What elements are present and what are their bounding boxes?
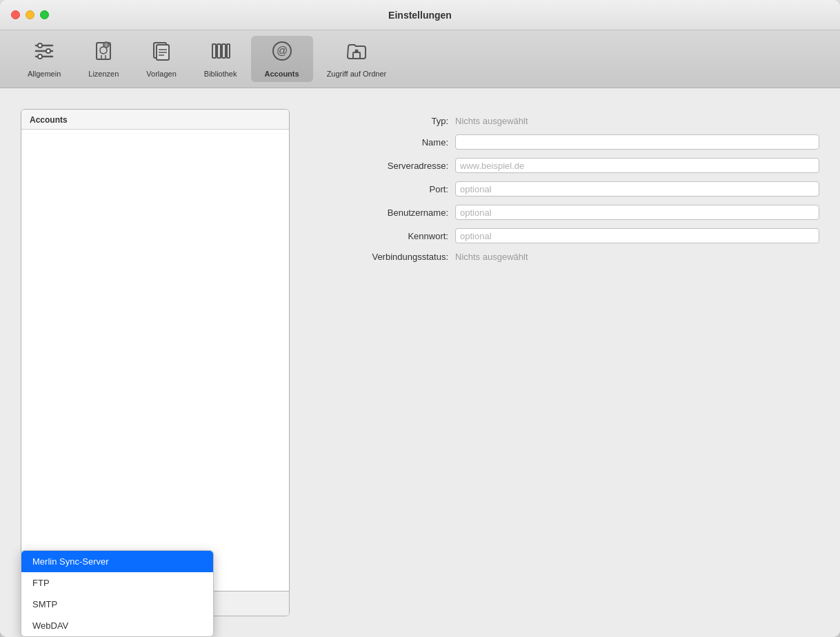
tab-zugriff-label: Zugriff auf Ordner — [327, 70, 387, 78]
window-title: Einstellungen — [388, 10, 452, 21]
window: Einstellungen Allgemein — [0, 0, 840, 637]
form-row-verbindungsstatus: Verbindungsstatus: Nichts ausgewählt — [317, 252, 819, 262]
close-button[interactable] — [11, 10, 20, 19]
titlebar: Einstellungen — [0, 0, 840, 30]
form-row-serveradresse: Serveradresse: — [317, 158, 819, 173]
form-row-benutzername: Benutzername: — [317, 205, 819, 220]
name-input[interactable] — [455, 134, 819, 150]
svg-text:@: @ — [276, 45, 287, 57]
dropdown-item-webdav[interactable]: WebDAV — [21, 615, 213, 636]
tab-allgemein[interactable]: Allgemein — [14, 36, 74, 82]
content-area: Accounts + − Merlin Sync-Server FTP — [0, 88, 840, 637]
form-row-name: Name: — [317, 134, 819, 150]
tab-lizenzen-label: Lizenzen — [88, 70, 119, 78]
accounts-list-container: Accounts + − — [21, 109, 290, 616]
dropdown-item-smtp[interactable]: SMTP — [21, 594, 213, 615]
typ-value: Nichts ausgewählt — [455, 116, 528, 126]
accounts-icon: @ — [271, 40, 293, 67]
accounts-list-header: Accounts — [21, 110, 289, 130]
toolbar: Allgemein ! Lizenzen — [0, 30, 840, 88]
kennwort-input[interactable] — [455, 228, 819, 243]
svg-rect-16 — [212, 44, 216, 58]
form-row-typ: Typ: Nichts ausgewählt — [317, 116, 819, 126]
name-label: Name: — [317, 137, 455, 148]
port-label: Port: — [317, 184, 455, 194]
minimize-button[interactable] — [26, 10, 34, 19]
svg-point-4 — [46, 49, 50, 53]
form-row-kennwort: Kennwort: — [317, 228, 819, 243]
svg-rect-17 — [217, 44, 221, 58]
kennwort-label: Kennwort: — [317, 231, 455, 241]
verbindungsstatus-label: Verbindungsstatus: — [317, 252, 455, 262]
typ-label: Typ: — [317, 116, 455, 126]
dropdown-item-merlin[interactable]: Merlin Sync-Server — [21, 551, 213, 572]
tab-bibliothek-label: Bibliothek — [204, 70, 237, 78]
tab-zugriff[interactable]: Zugriff auf Ordner — [313, 36, 401, 82]
form-row-port: Port: — [317, 181, 819, 196]
svg-point-23 — [354, 50, 358, 53]
accounts-list-body — [21, 130, 289, 591]
tab-allgemein-label: Allgemein — [28, 70, 61, 78]
accounts-panel: Accounts + − Merlin Sync-Server FTP — [21, 109, 290, 616]
tab-bibliothek[interactable]: Bibliothek — [190, 36, 251, 82]
svg-point-3 — [38, 43, 42, 48]
zugriff-icon — [346, 40, 368, 67]
benutzername-input[interactable] — [455, 205, 819, 220]
tab-vorlagen[interactable]: Vorlagen — [132, 36, 190, 82]
svg-rect-22 — [353, 52, 360, 59]
tab-accounts[interactable]: @ Accounts — [251, 36, 313, 82]
form-panel: Typ: Nichts ausgewählt Name: Serveradres… — [317, 109, 819, 616]
account-type-dropdown: Merlin Sync-Server FTP SMTP WebDAV — [21, 550, 214, 637]
port-input[interactable] — [455, 181, 819, 196]
vorlagen-icon — [150, 40, 172, 67]
verbindungsstatus-value: Nichts ausgewählt — [455, 252, 528, 262]
tab-lizenzen[interactable]: ! Lizenzen — [74, 36, 132, 82]
main-area: Accounts + − Merlin Sync-Server FTP — [21, 109, 819, 616]
bibliothek-icon — [210, 40, 232, 67]
lizenzen-icon: ! — [92, 40, 114, 67]
tab-accounts-label: Accounts — [265, 70, 299, 78]
svg-rect-19 — [227, 44, 230, 58]
allgemein-icon — [33, 40, 55, 67]
maximize-button[interactable] — [40, 10, 49, 19]
svg-rect-18 — [222, 44, 226, 58]
svg-point-5 — [38, 54, 42, 59]
tab-vorlagen-label: Vorlagen — [146, 70, 176, 78]
serveradresse-input[interactable] — [455, 158, 819, 173]
serveradresse-label: Serveradresse: — [317, 161, 455, 171]
traffic-lights — [11, 10, 49, 19]
benutzername-label: Benutzername: — [317, 208, 455, 218]
dropdown-item-ftp[interactable]: FTP — [21, 572, 213, 594]
